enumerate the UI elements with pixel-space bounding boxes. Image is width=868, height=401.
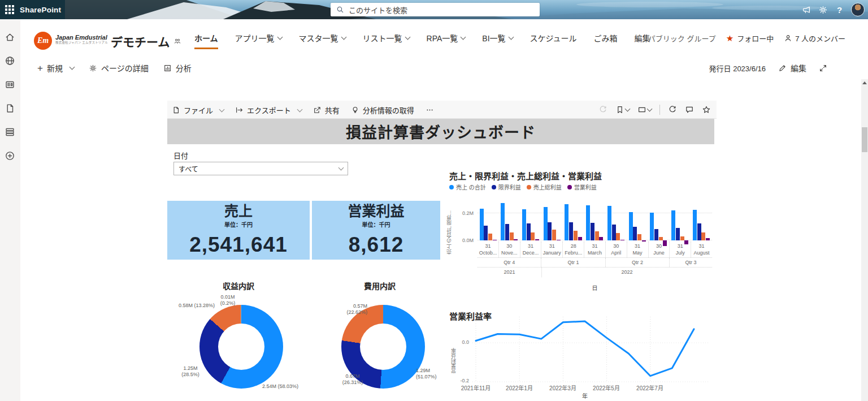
suite-app-name[interactable]: SharePoint xyxy=(20,6,61,14)
pbi-star-button[interactable] xyxy=(702,105,711,114)
nav-item-6[interactable]: スケジュール xyxy=(530,30,577,46)
bar-0[interactable] xyxy=(501,203,505,240)
pbi-export-button[interactable]: エクスポート xyxy=(235,105,302,115)
bookmark-icon xyxy=(615,105,624,114)
chevron-down-icon xyxy=(508,35,514,40)
bar-1[interactable] xyxy=(569,222,573,240)
bar-1[interactable] xyxy=(548,222,552,240)
rail-globe-button[interactable] xyxy=(5,55,16,67)
kpi-card-sales[interactable]: 売上 単位：千円 2,541,641 xyxy=(167,201,310,260)
bar-1[interactable] xyxy=(676,228,680,240)
bar-2[interactable] xyxy=(701,232,705,240)
rail-page-button[interactable] xyxy=(5,103,16,114)
megaphone-icon[interactable] xyxy=(802,5,811,15)
donut-revenue[interactable] xyxy=(199,305,283,389)
pbi-view-button[interactable] xyxy=(637,105,652,114)
nav-item-7[interactable]: ごみ箱 xyxy=(594,30,618,46)
pbi-bookmark-button[interactable] xyxy=(615,105,630,114)
app-launcher-icon[interactable] xyxy=(5,5,14,14)
bar-0[interactable] xyxy=(480,209,484,240)
bar-2[interactable] xyxy=(552,230,556,240)
nav-item-0[interactable]: ホーム xyxy=(194,30,218,46)
bar-1[interactable] xyxy=(654,229,658,240)
bar-0[interactable] xyxy=(565,204,568,240)
pbi-refresh-button[interactable] xyxy=(668,105,677,114)
xaxis-category: 31August xyxy=(691,242,712,257)
page-scrollbar[interactable] xyxy=(861,79,868,401)
scrollbar-thumb[interactable] xyxy=(862,127,867,152)
pbi-more-button[interactable] xyxy=(426,106,434,114)
new-button[interactable]: + 新規 xyxy=(37,62,74,74)
bar-0[interactable] xyxy=(522,209,526,240)
analyze-label: 分析 xyxy=(176,62,192,74)
bar-1[interactable] xyxy=(612,225,616,240)
date-filter-dropdown[interactable]: すべて xyxy=(173,162,348,175)
bar-2[interactable] xyxy=(616,233,620,240)
expand-icon[interactable] xyxy=(819,64,827,72)
gear-icon[interactable] xyxy=(818,5,828,15)
nav-item-4[interactable]: RPA一覧 xyxy=(427,30,466,46)
avatar[interactable] xyxy=(851,3,865,16)
bar-3[interactable] xyxy=(514,239,518,240)
bar-0[interactable] xyxy=(671,210,675,240)
bar-2[interactable] xyxy=(659,237,663,240)
pbi-comment-button[interactable] xyxy=(685,105,694,114)
bar-1[interactable] xyxy=(633,227,637,240)
bar-0[interactable] xyxy=(544,207,548,240)
bar-2[interactable] xyxy=(680,236,684,240)
lists-icon xyxy=(5,127,15,137)
nav-item-2[interactable]: マスタ一覧 xyxy=(299,30,346,46)
bar-1[interactable] xyxy=(505,224,509,240)
site-title[interactable]: デモチーム xyxy=(111,33,181,50)
bar-3[interactable] xyxy=(599,237,603,240)
site-search-input[interactable]: このサイトを検索 xyxy=(331,3,540,16)
left-rail xyxy=(0,19,20,401)
report-title: 損益計算書ダッシュボード xyxy=(346,120,536,143)
reset-icon xyxy=(598,105,607,114)
bar-2[interactable] xyxy=(637,234,641,240)
date-filter-value: すべて xyxy=(179,164,198,174)
scrollbar-up-arrow[interactable] xyxy=(862,81,867,84)
rail-news-button[interactable] xyxy=(5,79,16,90)
kpi-card-operating-profit[interactable]: 営業利益 単位：千円 8,612 xyxy=(312,201,440,260)
bar-3[interactable] xyxy=(620,240,624,240)
bar-1[interactable] xyxy=(484,226,488,240)
bar-2[interactable] xyxy=(595,231,599,240)
pbi-reset-button[interactable] xyxy=(598,105,607,114)
edit-page-button[interactable]: 編集 xyxy=(778,62,806,74)
analyze-button[interactable]: 分析 xyxy=(163,62,192,74)
bar-1[interactable] xyxy=(591,223,594,240)
bar-1[interactable] xyxy=(697,223,701,240)
bar-2[interactable] xyxy=(531,232,535,240)
xaxis-category: 31May xyxy=(627,242,648,257)
bar-0[interactable] xyxy=(693,210,697,240)
nav-item-3[interactable]: リスト一覧 xyxy=(363,30,410,46)
rail-lists-button[interactable] xyxy=(5,127,16,138)
follow-button[interactable]: ★ フォロー中 xyxy=(726,33,774,44)
pbi-bulb-button[interactable]: 分析情報の取得 xyxy=(351,105,414,115)
bar-3[interactable] xyxy=(706,238,710,240)
rail-create-button[interactable] xyxy=(5,150,16,162)
members-button[interactable]: 7 人のメンバー xyxy=(784,33,845,44)
nav-item-1[interactable]: アプリ一覧 xyxy=(235,30,282,46)
pbi-file-button[interactable]: ファイル xyxy=(172,105,224,115)
bar-0[interactable] xyxy=(607,206,611,240)
company-logo[interactable]: Em xyxy=(34,32,52,50)
bar-1[interactable] xyxy=(527,223,531,240)
bar-2[interactable] xyxy=(510,232,514,240)
bar-3[interactable] xyxy=(493,240,497,240)
bar-2[interactable] xyxy=(574,231,578,240)
bar-0[interactable] xyxy=(629,212,633,240)
bar-2[interactable] xyxy=(488,234,492,240)
line-chart-svg[interactable] xyxy=(472,317,710,387)
bar-3[interactable] xyxy=(557,240,561,240)
bar-3[interactable] xyxy=(535,239,539,240)
bar-0[interactable] xyxy=(650,213,654,240)
bar-3[interactable] xyxy=(578,237,582,240)
page-details-button[interactable]: ページの詳細 xyxy=(89,62,149,74)
pbi-share-button[interactable]: 共有 xyxy=(313,105,340,115)
nav-item-5[interactable]: BI一覧 xyxy=(482,30,513,46)
rail-home-button[interactable] xyxy=(5,32,16,43)
bar-0[interactable] xyxy=(586,205,590,240)
help-icon[interactable]: ? xyxy=(835,5,844,15)
